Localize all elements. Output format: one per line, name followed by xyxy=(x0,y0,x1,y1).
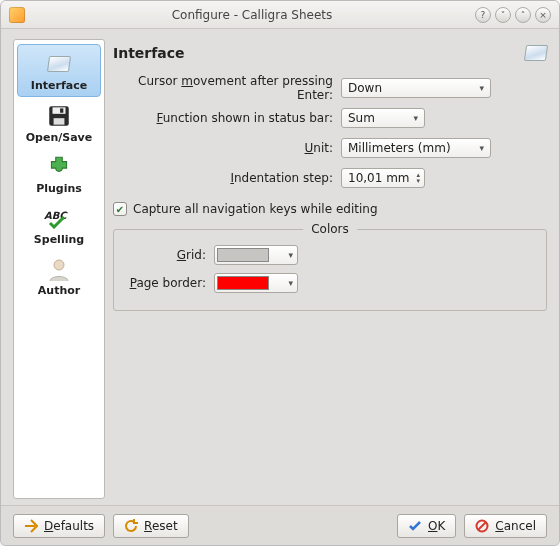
grid-color-select[interactable]: ▾ xyxy=(214,245,298,265)
dialog-button-bar: Defaults Reset OK Cancel xyxy=(1,505,559,545)
svg-rect-2 xyxy=(54,118,65,125)
colors-group-title: Colors xyxy=(303,222,357,236)
page-border-color-label: Page border: xyxy=(124,276,214,290)
svg-line-7 xyxy=(478,522,486,530)
app-icon xyxy=(9,7,25,23)
page-border-color-select[interactable]: ▾ xyxy=(214,273,298,293)
capture-nav-label: Capture all navigation keys while editin… xyxy=(133,202,378,216)
defaults-button[interactable]: Defaults xyxy=(13,514,105,538)
chevron-down-icon: ▾ xyxy=(473,143,484,153)
svg-rect-1 xyxy=(53,107,66,114)
svg-rect-3 xyxy=(60,108,63,112)
spelling-icon: ABC xyxy=(42,205,76,231)
author-icon xyxy=(42,256,76,282)
plugin-icon xyxy=(42,154,76,180)
reset-icon xyxy=(124,519,138,533)
grid-color-label: Grid: xyxy=(124,248,214,262)
reset-button[interactable]: Reset xyxy=(113,514,189,538)
cancel-button[interactable]: Cancel xyxy=(464,514,547,538)
sidebar-item-plugins[interactable]: Plugins xyxy=(17,148,101,199)
sidebar-item-author[interactable]: Author xyxy=(17,250,101,301)
page-border-color-swatch xyxy=(217,276,269,290)
minimize-button[interactable]: ˅ xyxy=(495,7,511,23)
indentation-label: Indentation step: xyxy=(113,171,341,185)
help-button[interactable]: ? xyxy=(475,7,491,23)
sidebar-item-opensave[interactable]: Open/Save xyxy=(17,97,101,148)
ok-button[interactable]: OK xyxy=(397,514,456,538)
sidebar-item-label: Interface xyxy=(31,79,87,92)
sidebar-item-label: Open/Save xyxy=(26,131,93,144)
maximize-button[interactable]: ˄ xyxy=(515,7,531,23)
sidebar-item-interface[interactable]: Interface xyxy=(17,44,101,97)
cursor-movement-label: Cursor movement after pressing Enter: xyxy=(113,74,341,102)
dialog-window: Configure - Calligra Sheets ? ˅ ˄ × Inte… xyxy=(0,0,560,546)
window-title: Configure - Calligra Sheets xyxy=(29,8,475,22)
sidebar-item-label: Spelling xyxy=(34,233,84,246)
cursor-movement-select[interactable]: Down▾ xyxy=(341,78,491,98)
sidebar-item-label: Plugins xyxy=(36,182,82,195)
function-label: Function shown in status bar: xyxy=(113,111,341,125)
sidebar-item-spelling[interactable]: ABC Spelling xyxy=(17,199,101,250)
chevron-down-icon: ▾ xyxy=(282,278,293,288)
chevron-down-icon: ▾ xyxy=(407,113,418,123)
function-select[interactable]: Sum▾ xyxy=(341,108,425,128)
chevron-down-icon: ▾ xyxy=(282,250,293,260)
capture-nav-checkbox[interactable]: ✔ xyxy=(113,202,127,216)
cancel-icon xyxy=(475,519,489,533)
interface-icon xyxy=(42,51,76,77)
close-button[interactable]: × xyxy=(535,7,551,23)
chevron-down-icon: ▾ xyxy=(473,83,484,93)
indentation-spinbox[interactable]: 10,01 mm ▴▾ xyxy=(341,168,425,188)
svg-text:ABC: ABC xyxy=(44,210,68,221)
colors-group: Colors Grid: ▾ Page border: xyxy=(113,229,547,311)
ok-icon xyxy=(408,519,422,533)
settings-page: Interface Cursor movement after pressing… xyxy=(113,39,547,499)
sidebar-item-label: Author xyxy=(38,284,80,297)
spin-buttons[interactable]: ▴▾ xyxy=(416,172,420,184)
svg-point-5 xyxy=(54,260,64,270)
grid-color-swatch xyxy=(217,248,269,262)
titlebar: Configure - Calligra Sheets ? ˅ ˄ × xyxy=(1,1,559,29)
page-title: Interface xyxy=(113,45,525,61)
sidebar: Interface Open/Save Plugins ABC Spelling xyxy=(13,39,105,499)
save-icon xyxy=(42,103,76,129)
page-icon xyxy=(525,45,547,61)
unit-label: Unit: xyxy=(113,141,341,155)
unit-select[interactable]: Millimeters (mm)▾ xyxy=(341,138,491,158)
defaults-icon xyxy=(24,519,38,533)
